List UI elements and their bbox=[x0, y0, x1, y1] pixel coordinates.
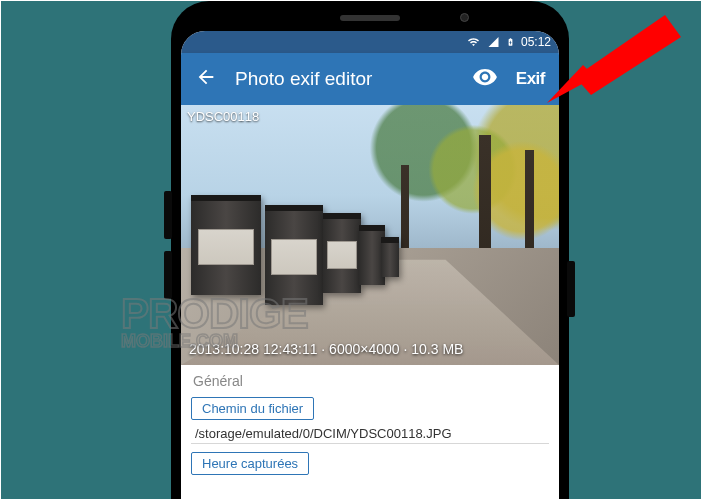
volume-up-button bbox=[164, 191, 172, 239]
svg-marker-1 bbox=[575, 15, 681, 95]
power-button bbox=[567, 261, 575, 317]
section-title-general: Général bbox=[193, 373, 549, 389]
visibility-button[interactable] bbox=[472, 64, 498, 94]
photo-pillar bbox=[381, 237, 399, 277]
photo-summary-overlay: 2013:10:28 12:43:11 · 6000×4000 · 10.3 M… bbox=[189, 341, 551, 357]
wifi-icon bbox=[466, 36, 481, 48]
front-camera bbox=[460, 13, 469, 22]
app-bar: Photo exif editor Exif bbox=[181, 53, 559, 105]
photo-filename-overlay: YDSC00118 bbox=[187, 109, 259, 124]
field-label-path[interactable]: Chemin du fichier bbox=[191, 397, 314, 420]
photo-pillar bbox=[265, 205, 323, 305]
exif-button[interactable]: Exif bbox=[516, 69, 545, 89]
eye-icon bbox=[472, 64, 498, 90]
battery-icon bbox=[506, 35, 515, 49]
field-label-time[interactable]: Heure capturées bbox=[191, 452, 309, 475]
status-bar: 05:12 bbox=[181, 31, 559, 53]
details-panel: Général Chemin du fichier /storage/emula… bbox=[181, 365, 559, 483]
screen: 05:12 Photo exif editor Exif Y bbox=[181, 31, 559, 500]
photo-pillar bbox=[323, 213, 361, 293]
speaker-grille bbox=[340, 15, 400, 21]
photo-preview[interactable]: YDSC00118 2013:10:28 12:43:11 · 6000×400… bbox=[181, 105, 559, 365]
signal-icon bbox=[487, 36, 500, 48]
app-title: Photo exif editor bbox=[235, 68, 454, 90]
callout-arrow bbox=[545, 15, 685, 115]
photo-pillar bbox=[191, 195, 261, 295]
field-value-path: /storage/emulated/0/DCIM/YDSC00118.JPG bbox=[191, 422, 549, 444]
volume-down-button bbox=[164, 251, 172, 299]
phone-frame: 05:12 Photo exif editor Exif Y bbox=[171, 1, 569, 500]
back-button[interactable] bbox=[195, 66, 217, 92]
arrow-back-icon bbox=[195, 66, 217, 88]
